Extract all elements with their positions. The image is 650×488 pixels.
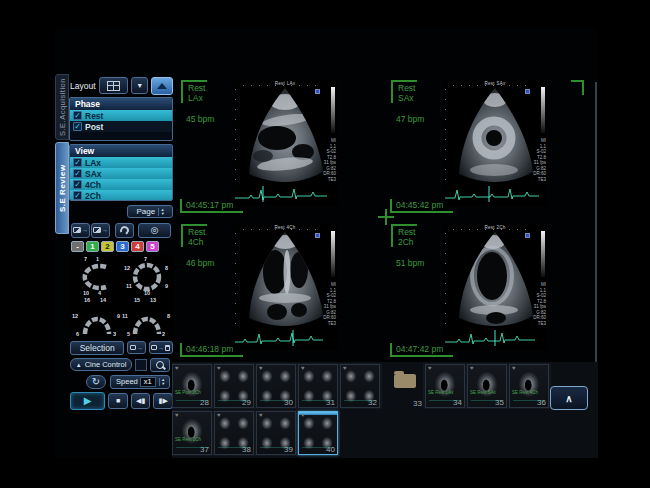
ruler-left [445, 233, 446, 326]
viewport-rest-sax[interactable]: Rest SAx 47 bpm Rest SAx [385, 72, 595, 216]
ultrasound-sector [449, 230, 541, 326]
diagram-2ch[interactable]: 15 13 11 8 5 2 [122, 297, 172, 337]
thumbnail-37[interactable]: ♥ SE Rest 2Ch 37 [172, 411, 212, 455]
heart-icon: ♥ [343, 365, 347, 371]
checkbox-lax[interactable]: ✓ [73, 158, 82, 167]
stop-button[interactable]: ■ [108, 393, 128, 409]
diagram-lax[interactable]: 7 1 10 4 [70, 256, 120, 296]
thumbnail-31[interactable]: ♥ 31 [298, 364, 338, 408]
view-panel: View ✓ LAx ✓ SAx ✓ 4Ch ✓ 2Ch [69, 144, 173, 201]
thumbnail-30[interactable]: ♥ 30 [256, 364, 296, 408]
tab-se-review[interactable]: S.E Review [55, 142, 69, 234]
view-row-lax[interactable]: ✓ LAx [70, 157, 172, 168]
speed-spinner-icon[interactable]: ▴▾ [159, 378, 164, 386]
move-selected-button[interactable]: → [127, 341, 145, 354]
checkbox-sax[interactable]: ✓ [73, 169, 82, 178]
grid-2x2-icon [107, 81, 120, 91]
thumbnail-folder-33[interactable]: 33 [388, 364, 424, 408]
score-button-5[interactable]: 5 [146, 241, 159, 252]
layout-dropdown-button[interactable]: ▾ [131, 77, 148, 94]
move-delete-button[interactable]: → [149, 341, 173, 354]
diagram-4ch[interactable]: 16 14 12 9 6 3 [72, 297, 122, 337]
score-button-1[interactable]: 1 [86, 241, 99, 252]
thumbnail-35[interactable]: ♥ SE Rest SAx 35 [467, 364, 507, 408]
view-row-sax[interactable]: ✓ SAx [70, 168, 172, 179]
ecg-trace [235, 184, 335, 204]
checkbox-rest[interactable]: ✓ [73, 111, 82, 120]
thumbnail-40-selected[interactable]: ♥ 40 [298, 411, 338, 455]
viewport-rest-2ch[interactable]: Rest 2Ch 51 bpm Rest 2Ch [385, 216, 595, 360]
viewport-label: Rest LAx [181, 80, 207, 103]
heart-icon: ♥ [175, 365, 179, 371]
checkbox-4ch[interactable]: ✓ [73, 180, 82, 189]
thumbnail-38[interactable]: ♥ 38 [214, 411, 254, 455]
segment-model-button[interactable] [115, 223, 134, 238]
orientation-marker [315, 89, 320, 94]
image-icon [157, 83, 167, 89]
thumbnail-39[interactable]: ♥ 39 [256, 411, 296, 455]
page-button[interactable]: Page ▴▾ [127, 205, 173, 218]
phase-row-rest[interactable]: ✓ Rest [70, 110, 172, 121]
thumbnail-label: SE Rest 4Ch [512, 390, 538, 395]
cine-control-button[interactable]: ▲ Cine Control [70, 358, 132, 371]
speed-control[interactable]: Speed x1 ▴▾ [110, 375, 170, 389]
score-button-none[interactable]: - [71, 241, 84, 252]
save-image-button[interactable]: → [71, 223, 90, 238]
step-forward-button[interactable]: ▮▶ [153, 393, 173, 409]
stop-icon: ■ [116, 397, 120, 404]
thumbnail-number: 40 [326, 445, 335, 454]
image-parameters: MI 1.1 S-02 T2.8 31 fps G:82 DR:60 TE3 [323, 138, 336, 182]
selection-button[interactable]: Selection [70, 341, 124, 355]
filmstrip-collapse-button[interactable]: ∧ [550, 386, 588, 410]
layout-row: Layout ▾ [70, 76, 173, 95]
check-icon: ✓ [74, 112, 81, 119]
ultrasound-sector [449, 86, 541, 182]
page-spinner-icon[interactable]: ▴▾ [158, 208, 163, 216]
ultrasound-image[interactable]: Rest 2Ch [443, 224, 547, 350]
magnifier-icon [156, 361, 164, 369]
view-row-2ch[interactable]: ✓ 2Ch [70, 190, 172, 201]
ultrasound-image[interactable]: Rest 4Ch [233, 224, 337, 350]
play-button[interactable]: ▶ [70, 392, 105, 410]
viewport-rest-lax[interactable]: Rest LAx 45 bpm Rest LAx [175, 72, 385, 216]
tab-se-acquisition[interactable]: S.E.Acquisition [55, 74, 69, 140]
corner-bracket-marker [571, 80, 584, 95]
thumbnail-36[interactable]: ♥ SE Rest 4Ch 36 [509, 364, 549, 408]
zoom-pan-button[interactable] [150, 358, 170, 372]
ultrasound-sector [239, 230, 331, 326]
ultrasound-image[interactable]: Rest LAx [233, 80, 337, 206]
arrow-right-icon: → [137, 345, 143, 351]
heart-rate: 46 bpm [186, 258, 214, 268]
layout-grid-button[interactable] [99, 77, 129, 94]
view-row-4ch[interactable]: ✓ 4Ch [70, 179, 172, 190]
viewport-rest-4ch[interactable]: Rest 4Ch 46 bpm Rest 4Ch [175, 216, 385, 360]
heart-icon: ♥ [301, 412, 305, 418]
ecg-trace [445, 328, 545, 348]
ultrasound-image[interactable]: Rest SAx [443, 80, 547, 206]
loop-button[interactable]: ↻ [86, 375, 106, 389]
save-clip-button[interactable]: → [91, 223, 110, 238]
score-button-3[interactable]: 3 [116, 241, 129, 252]
thumbnail-28[interactable]: ♥ SE Post 2Ch 28 [172, 364, 212, 408]
thumbnail-34[interactable]: ♥ SE Rest LAx 34 [425, 364, 465, 408]
heart-icon: ♥ [259, 412, 263, 418]
thumbnail-number: 31 [326, 398, 335, 407]
diagram-sax[interactable]: 7 12 8 11 9 10 [122, 256, 172, 296]
thumbnail-number: 30 [284, 398, 293, 407]
grayscale-bar [331, 87, 335, 133]
checkbox-2ch[interactable]: ✓ [73, 191, 82, 200]
full-image-button[interactable] [151, 77, 173, 95]
phase-row-post[interactable]: ✓ Post [70, 121, 172, 132]
thumbnail-32[interactable]: ♥ 32 [340, 364, 380, 408]
step-back-button[interactable]: ◀▮ [131, 393, 151, 409]
heart-icon: ♥ [175, 412, 179, 418]
heart-icon: ♥ [428, 365, 432, 371]
score-button-2[interactable]: 2 [101, 241, 114, 252]
thumbnail-29[interactable]: ♥ 29 [214, 364, 254, 408]
checkbox-post[interactable]: ✓ [73, 122, 82, 131]
phase-text: Rest [188, 83, 207, 93]
pointer-target-button[interactable]: ◎ [138, 223, 171, 238]
arrow-right-icon: → [102, 227, 108, 233]
thumbnail-number: 33 [413, 399, 422, 408]
score-button-4[interactable]: 4 [131, 241, 144, 252]
